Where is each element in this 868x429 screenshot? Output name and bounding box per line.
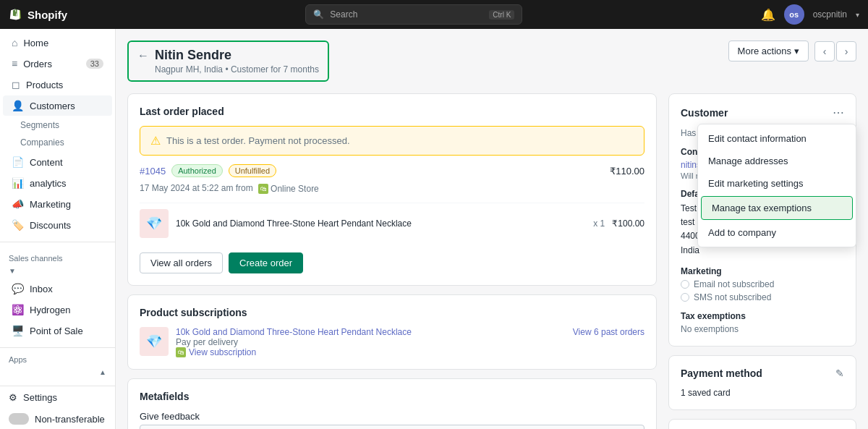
dropdown-edit-contact[interactable]: Edit contact information <box>698 127 856 150</box>
marketing-section: Marketing Email not subscribed SMS not s… <box>681 266 844 302</box>
sidebar-item-content[interactable]: 📄 Content <box>3 152 112 172</box>
sidebar-settings[interactable]: ⚙ Settings <box>0 386 115 409</box>
nav-arrows: ‹ › <box>814 41 856 61</box>
page-header-left: ← Nitin Sendre Nagpur MH, India • Custom… <box>137 48 319 75</box>
sidebar-apps-toggle[interactable]: ▲ <box>0 365 115 379</box>
metafield-give-feedback-input[interactable] <box>140 425 644 429</box>
more-actions-label: More actions <box>738 46 791 56</box>
sidebar-item-pos-label: Point of Sale <box>30 326 83 336</box>
sms-marketing-text: SMS not subscribed <box>694 292 771 302</box>
customer-card-header: Customer ⋯ <box>681 106 844 119</box>
dropdown-manage-addresses[interactable]: Manage addresses <box>698 150 856 172</box>
subscription-product-thumbnail: 💎 <box>140 327 169 356</box>
dropdown-add-company[interactable]: Add to company <box>698 221 856 244</box>
more-actions-button[interactable]: More actions ▾ <box>728 41 809 61</box>
order-alert: ⚠ This is a test order. Payment not proc… <box>140 126 644 156</box>
user-avatar[interactable]: os <box>784 4 804 25</box>
sidebar-item-inbox[interactable]: 💬 Inbox <box>3 279 112 299</box>
product-price: ₹100.00 <box>612 218 644 229</box>
subscriptions-title: Product subscriptions <box>140 307 247 318</box>
tax-exemptions-section: Tax exemptions No exemptions <box>681 311 844 334</box>
sidebar-item-hydrogen[interactable]: ⚛️ Hydrogen <box>3 300 112 320</box>
non-transferable-toggle[interactable] <box>9 413 29 425</box>
sidebar-apps-label: Apps <box>0 351 115 365</box>
order-meta: 17 May 2024 at 5:22 am from 🛍 Online Sto… <box>140 183 644 194</box>
discounts-icon: 🏷️ <box>12 219 24 231</box>
customer-header-highlight: ← Nitin Sendre Nagpur MH, India • Custom… <box>127 41 329 82</box>
inbox-icon: 💬 <box>12 283 24 294</box>
sidebar-item-customers[interactable]: 👤 Customers <box>3 95 112 116</box>
customer-meta: Nagpur MH, India • Customer for 7 months <box>155 64 319 75</box>
payment-edit-button[interactable]: ✎ <box>835 368 844 379</box>
customer-info: Nitin Sendre Nagpur MH, India • Customer… <box>155 48 319 75</box>
create-order-button[interactable]: Create order <box>229 252 303 273</box>
subscription-delivery-text: Pay per delivery <box>176 337 566 347</box>
back-button[interactable]: ← <box>137 49 149 62</box>
sidebar-item-orders-label: Orders <box>23 59 52 69</box>
sidebar-item-marketing[interactable]: 📣 Marketing <box>3 194 112 214</box>
view-past-orders-link[interactable]: View 6 past orders <box>573 327 644 337</box>
user-chevron-icon[interactable]: ▾ <box>856 11 859 19</box>
metafields-card: Metafields Give feedback Form Submitted … <box>127 378 657 429</box>
email-marketing-row: Email not subscribed <box>681 279 844 289</box>
sidebar-sub-segments-label: Segments <box>20 120 59 130</box>
order-badge-unfulfilled: Unfulfilled <box>229 164 276 177</box>
nav-next-button[interactable]: › <box>836 41 856 61</box>
sms-radio-icon <box>681 293 689 302</box>
shopify-channel-icon: 🛍 Online Store <box>258 184 319 194</box>
content-grid: Last order placed ⚠ This is a test order… <box>127 93 856 429</box>
order-source: Online Store <box>271 184 319 194</box>
nav-prev-button[interactable]: ‹ <box>814 41 835 61</box>
sidebar-item-discounts-label: Discounts <box>30 220 71 231</box>
sidebar-item-home[interactable]: ⌂ Home <box>3 33 112 53</box>
order-date: 17 May 2024 at 5:22 am from <box>140 183 253 193</box>
page-header: ← Nitin Sendre Nagpur MH, India • Custom… <box>127 41 856 82</box>
customer-name: Nitin Sendre <box>155 48 319 63</box>
dropdown-manage-tax[interactable]: Manage tax exemptions <box>701 196 853 220</box>
customer-card-title: Customer <box>681 107 728 119</box>
last-order-card: Last order placed ⚠ This is a test order… <box>127 93 657 286</box>
sidebar-item-inbox-label: Inbox <box>30 284 53 294</box>
view-subscription-link[interactable]: 🛍 View subscription <box>176 347 566 357</box>
payment-title: Payment method <box>681 368 762 379</box>
product-qty: x 1 <box>593 218 605 229</box>
tax-exemptions-label: Tax exemptions <box>681 311 844 321</box>
customer-more-dots-button[interactable]: ⋯ <box>833 106 844 119</box>
order-number-link[interactable]: #1045 <box>140 166 166 177</box>
sidebar-non-transferable[interactable]: Non-transferable <box>0 409 115 429</box>
search-bar[interactable]: 🔍 Search Ctrl K <box>305 4 522 25</box>
search-icon: 🔍 <box>313 9 324 20</box>
order-actions: View all orders Create order <box>140 252 644 273</box>
metafields-header: Metafields <box>140 391 644 402</box>
search-shortcut: Ctrl K <box>489 10 514 20</box>
sidebar-item-analytics-label: analytics <box>30 178 67 189</box>
dropdown-edit-marketing[interactable]: Edit marketing settings <box>698 172 856 195</box>
email-marketing-text: Email not subscribed <box>694 279 774 289</box>
non-transferable-label: Non-transferable <box>35 414 105 425</box>
topbar: shopify 🔍 Search Ctrl K 🔔 os oscpnitin ▾ <box>0 0 868 29</box>
sidebar-item-products-label: Products <box>26 80 63 90</box>
sidebar-item-analytics[interactable]: 📊 analytics <box>3 173 112 193</box>
metafield-give-feedback: Give feedback <box>140 411 644 429</box>
more-actions-chevron-icon: ▾ <box>794 46 799 56</box>
bell-icon[interactable]: 🔔 <box>761 8 775 22</box>
sms-marketing-row: SMS not subscribed <box>681 292 844 302</box>
apps-toggle[interactable]: ▼ <box>0 264 115 278</box>
order-header: #1045 Authorized Unfulfilled ₹110.00 <box>140 164 644 177</box>
user-name[interactable]: oscpnitin <box>813 9 847 20</box>
sidebar-item-pos[interactable]: 🖥️ Point of Sale <box>3 320 112 341</box>
sidebar-sub-item-segments[interactable]: Segments <box>0 116 115 134</box>
subscription-product-link[interactable]: 10k Gold and Diamond Three-Stone Heart P… <box>176 327 566 337</box>
sidebar-item-discounts[interactable]: 🏷️ Discounts <box>3 215 112 235</box>
shopify-logo-text: shopify <box>27 9 67 21</box>
view-subscription-label: View subscription <box>189 347 256 357</box>
subscription-details: 10k Gold and Diamond Three-Stone Heart P… <box>176 327 566 357</box>
sidebar-sub-item-companies[interactable]: Companies <box>0 134 115 151</box>
subscription-item: 💎 10k Gold and Diamond Three-Stone Heart… <box>140 327 644 357</box>
sidebar-item-products[interactable]: ◻ Products <box>3 75 112 95</box>
layout: ⌂ Home ≡ Orders 33 ◻ Products 👤 Customer… <box>0 29 868 429</box>
sidebar-item-orders[interactable]: ≡ Orders 33 <box>3 54 112 74</box>
view-all-orders-button[interactable]: View all orders <box>140 252 223 273</box>
sidebar-item-marketing-label: Marketing <box>30 199 71 210</box>
sidebar-item-customers-label: Customers <box>30 101 75 111</box>
